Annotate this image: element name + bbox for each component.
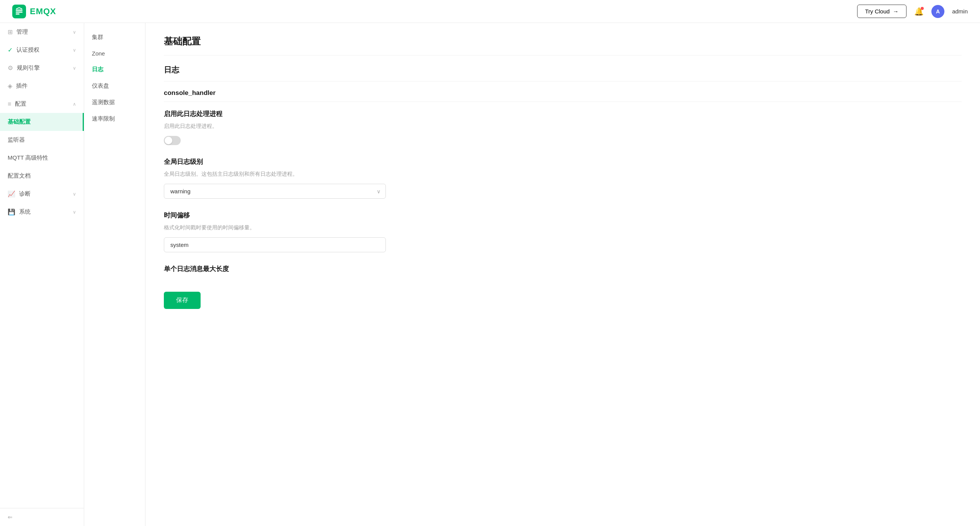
sidebar-item-plugins[interactable]: ◈ 插件 bbox=[0, 77, 84, 95]
enable-log-toggle[interactable] bbox=[164, 136, 181, 145]
sidebar-item-listener[interactable]: 监听器 bbox=[0, 131, 84, 149]
sidebar-item-config-doc[interactable]: 配置文档 bbox=[0, 167, 84, 185]
chevron-icon: ∨ bbox=[73, 65, 76, 71]
main-layout: ⊞ 管理 ∨ ✓ 认证授权 ∨ ⚙ 规则引擎 ∨ ◈ 插件 bbox=[0, 23, 980, 526]
sidebar-item-label: 配置文档 bbox=[8, 172, 31, 180]
sidebar-item-auth[interactable]: ✓ 认证授权 ∨ bbox=[0, 41, 84, 59]
header-right: Try Cloud → 🔔 A admin bbox=[857, 5, 968, 18]
sidebar-item-label: 诊断 bbox=[19, 190, 31, 198]
sub-item-rate-limit[interactable]: 速率限制 bbox=[84, 111, 145, 127]
chevron-icon: ∨ bbox=[73, 191, 76, 197]
auth-icon: ✓ bbox=[8, 46, 13, 54]
max-log-length-title: 单个日志消息最大长度 bbox=[164, 265, 962, 273]
logo-area: EMQX bbox=[12, 5, 56, 18]
chevron-icon: ∨ bbox=[73, 47, 76, 53]
sub-item-label: 集群 bbox=[92, 34, 103, 40]
sidebar-item-label: 系统 bbox=[19, 208, 31, 216]
sub-item-label: Zone bbox=[92, 50, 105, 57]
log-level-select[interactable]: warning bbox=[164, 184, 386, 199]
enable-toggle-wrap bbox=[164, 136, 962, 145]
sidebar-item-label: 管理 bbox=[16, 28, 28, 36]
sub-item-dashboard[interactable]: 仪表盘 bbox=[84, 78, 145, 94]
main-content: 基础配置 日志 console_handler 启用此日志处理进程 启用此日志处… bbox=[145, 23, 980, 526]
sidebar-item-label: 配置 bbox=[15, 100, 26, 108]
sub-item-label: 遥测数据 bbox=[92, 99, 115, 105]
log-level-value: warning bbox=[170, 188, 191, 194]
plugin-icon: ◈ bbox=[8, 82, 12, 90]
sidebar-item-diagnostics[interactable]: 📈 诊断 ∨ bbox=[0, 185, 84, 203]
sidebar-collapse[interactable]: ⇐ bbox=[0, 508, 84, 526]
chevron-icon: ∧ bbox=[73, 101, 76, 107]
diagnostics-icon: 📈 bbox=[8, 190, 15, 198]
manage-icon: ⊞ bbox=[8, 28, 13, 36]
sidebar-item-label: 规则引擎 bbox=[17, 64, 40, 72]
svg-rect-2 bbox=[16, 13, 20, 15]
collapse-icon: ⇐ bbox=[8, 514, 13, 521]
user-name: admin bbox=[952, 8, 968, 15]
time-offset-input[interactable] bbox=[164, 237, 386, 252]
console-handler-section: console_handler 启用此日志处理进程 启用此日志处理进程。 bbox=[164, 89, 962, 145]
sub-sidebar: 集群 Zone 日志 仪表盘 遥测数据 速率限制 bbox=[84, 23, 145, 526]
chevron-icon: ∨ bbox=[73, 209, 76, 215]
sub-item-zone[interactable]: Zone bbox=[84, 46, 145, 61]
sidebar: ⊞ 管理 ∨ ✓ 认证授权 ∨ ⚙ 规则引擎 ∨ ◈ 插件 bbox=[0, 23, 84, 526]
page-title: 基础配置 bbox=[164, 35, 962, 56]
logo-icon bbox=[12, 5, 26, 18]
system-icon: 💾 bbox=[8, 208, 15, 216]
save-button[interactable]: 保存 bbox=[164, 292, 201, 309]
logo-text: EMQX bbox=[30, 7, 56, 16]
global-log-level-title: 全局日志级别 bbox=[164, 157, 962, 166]
sub-item-label: 仪表盘 bbox=[92, 82, 109, 89]
notification-bell[interactable]: 🔔 bbox=[914, 7, 924, 16]
sub-item-telemetry[interactable]: 遥测数据 bbox=[84, 94, 145, 111]
sidebar-item-system[interactable]: 💾 系统 ∨ bbox=[0, 203, 84, 221]
user-avatar: A bbox=[931, 5, 944, 18]
header: EMQX Try Cloud → 🔔 A admin bbox=[0, 0, 980, 23]
time-offset-section: 时间偏移 格式化时间戳时要使用的时间偏移量。 bbox=[164, 211, 962, 252]
svg-rect-1 bbox=[16, 11, 23, 13]
sidebar-item-config[interactable]: ≡ 配置 ∧ bbox=[0, 95, 84, 113]
enable-log-handler-desc: 启用此日志处理进程。 bbox=[164, 123, 962, 130]
sidebar-item-label: 插件 bbox=[16, 82, 28, 90]
global-log-level-section: 全局日志级别 全局日志级别。这包括主日志级别和所有日志处理进程。 warning… bbox=[164, 157, 962, 199]
config-icon: ≡ bbox=[8, 101, 11, 108]
sidebar-item-label: 基础配置 bbox=[8, 118, 31, 126]
notification-dot bbox=[921, 7, 924, 10]
sidebar-item-label: MQTT 高级特性 bbox=[8, 154, 48, 162]
toggle-knob bbox=[165, 137, 172, 144]
sidebar-item-manage[interactable]: ⊞ 管理 ∨ bbox=[0, 23, 84, 41]
sub-item-label: 速率限制 bbox=[92, 115, 115, 122]
sub-item-label: 日志 bbox=[92, 66, 103, 72]
time-offset-desc: 格式化时间戳时要使用的时间偏移量。 bbox=[164, 224, 962, 231]
global-log-level-desc: 全局日志级别。这包括主日志级别和所有日志处理进程。 bbox=[164, 171, 962, 178]
log-section-title: 日志 bbox=[164, 65, 962, 82]
max-log-length-section: 单个日志消息最大长度 bbox=[164, 265, 962, 273]
chevron-icon: ∨ bbox=[73, 29, 76, 35]
sidebar-item-rule-engine[interactable]: ⚙ 规则引擎 ∨ bbox=[0, 59, 84, 77]
sub-item-cluster[interactable]: 集群 bbox=[84, 29, 145, 46]
log-section: 日志 console_handler 启用此日志处理进程 启用此日志处理进程。 … bbox=[164, 65, 962, 309]
rule-icon: ⚙ bbox=[8, 64, 13, 72]
sidebar-item-label: 监听器 bbox=[8, 136, 25, 144]
sidebar-item-label: 认证授权 bbox=[16, 46, 39, 54]
enable-log-handler-title: 启用此日志处理进程 bbox=[164, 109, 962, 118]
sidebar-item-mqtt-advanced[interactable]: MQTT 高级特性 bbox=[0, 149, 84, 167]
sub-item-log[interactable]: 日志 bbox=[84, 61, 145, 78]
time-offset-title: 时间偏移 bbox=[164, 211, 962, 220]
try-cloud-button[interactable]: Try Cloud → bbox=[857, 5, 906, 18]
svg-rect-0 bbox=[16, 10, 23, 11]
console-handler-title: console_handler bbox=[164, 89, 962, 97]
log-level-select-wrap: warning ∨ bbox=[164, 184, 386, 199]
sidebar-item-basic-config[interactable]: 基础配置 bbox=[0, 113, 84, 131]
